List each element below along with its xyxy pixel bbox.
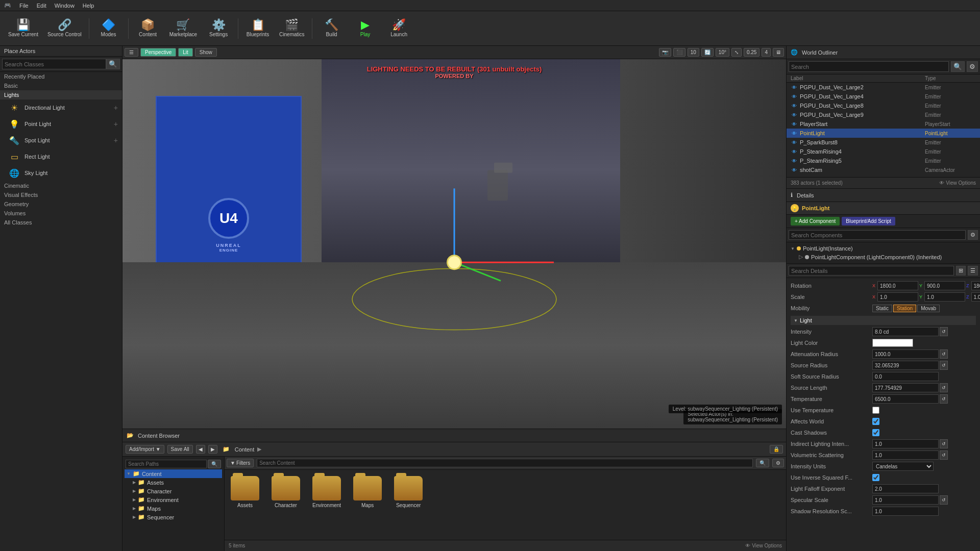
blueprint-script-button[interactable]: Blueprint/Add Script [842,217,895,226]
vis-icon-4[interactable]: 👁 [791,120,798,128]
menu-file[interactable]: File [19,3,29,9]
scale-snap-icon[interactable]: ⤡ [731,48,742,57]
menu-help[interactable]: Help [83,3,94,9]
actor-directional-light[interactable]: ☀ Directional Light + [0,99,122,116]
wo-search-button[interactable]: 🔍 [951,61,965,72]
affects-world-checkbox[interactable] [872,418,879,425]
vis-icon-8[interactable]: 👁 [791,157,798,164]
component-instance[interactable]: ▼ PointLight(Instance) [791,244,976,253]
static-button[interactable]: Static [872,305,892,312]
vis-icon-3[interactable]: 👁 [791,111,798,118]
search-details-input[interactable] [789,266,954,276]
content-button[interactable]: 📦 Content [132,14,164,43]
indirect-input[interactable] [872,439,939,448]
tree-environment[interactable]: ▶ 📁 Environment [125,495,222,504]
category-basic[interactable]: Basic [0,81,122,90]
wo-item-3[interactable]: 👁 PGPU_Dust_Vec_Large9 Emitter [787,110,980,119]
content-search-button[interactable]: 🔍 [756,459,769,467]
light-section-header[interactable]: ▼ Light [791,316,976,325]
wo-item-7[interactable]: 👁 P_SteamRising4 Emitter [787,147,980,156]
blueprints-button[interactable]: 📋 Blueprints [241,14,274,43]
tree-content[interactable]: ▼ 📁 Content [125,469,222,478]
cinematics-button[interactable]: 🎬 Cinematics [275,14,308,43]
specular-reset[interactable]: ↺ [940,495,948,505]
folder-character[interactable]: Character [270,474,302,510]
camera-speed-icon[interactable]: 📷 [659,48,671,57]
settings-button[interactable]: ⚙️ Settings [202,14,235,43]
actor-point-light[interactable]: 💡 Point Light + [0,116,122,132]
volumetric-reset[interactable]: ↺ [940,450,948,460]
menu-edit[interactable]: Edit [37,3,46,9]
tree-character[interactable]: ▶ 📁 Character [125,487,222,495]
save-all-button[interactable]: Save All [167,445,193,454]
add-component-button[interactable]: + Add Component [791,217,840,226]
actor-rect-light[interactable]: ▭ Rect Light [0,148,122,165]
specular-input[interactable] [872,495,939,505]
rotation-y-input[interactable] [924,281,965,290]
shadow-resolution-input[interactable] [872,507,939,516]
content-filter2-button[interactable]: ⚙ [772,459,784,467]
wo-item-8[interactable]: 👁 P_SteamRising5 Emitter [787,156,980,165]
intensity-reset[interactable]: ↺ [940,327,948,336]
view-options-label[interactable]: 👁 View Options [745,543,782,548]
vis-icon-2[interactable]: 👁 [791,102,798,109]
vis-icon-6[interactable]: 👁 [791,139,798,146]
rotation-snap-icon[interactable]: 🔄 [701,48,714,57]
intensity-units-select[interactable]: Candelas Lumens Unitless [872,462,934,471]
folder-assets[interactable]: Assets [229,474,261,510]
use-temperature-checkbox[interactable] [872,407,879,414]
source-control-button[interactable]: 🔗 Source Control [43,14,86,43]
folder-maps[interactable]: Maps [351,474,384,510]
tree-search-button[interactable]: 🔍 [208,460,221,468]
rotation-x-input[interactable] [877,281,918,290]
details-grid-view[interactable]: ⊞ [956,266,966,276]
details-list-view[interactable]: ☰ [968,266,978,276]
category-geometry[interactable]: Geometry [0,199,122,209]
category-all-classes[interactable]: All Classes [0,218,122,227]
wo-options-button[interactable]: ⚙ [967,61,978,72]
play-button[interactable]: ▶ Play [349,14,382,43]
filters-button[interactable]: ▼ Filters [227,459,254,467]
stationary-button[interactable]: Station [893,305,916,312]
source-length-reset[interactable]: ↺ [940,383,948,392]
folder-environment[interactable]: Environment [310,474,343,510]
tree-sequencer[interactable]: ▶ 📁 Sequencer [125,513,222,521]
point-light-add[interactable]: + [114,120,118,128]
volumetric-input[interactable] [872,450,939,460]
scale-x-input[interactable] [877,292,918,302]
content-search-input[interactable] [257,459,753,467]
category-cinematic[interactable]: Cinematic [0,181,122,190]
back-button[interactable]: ◀ [196,445,205,454]
wo-item-0[interactable]: 👁 PGPU_Dust_Vec_Large2 Emitter [787,83,980,92]
spot-light-add[interactable]: + [114,136,118,144]
actor-sky-light[interactable]: 🌐 Sky Light [0,165,122,181]
world-outliner-search-input[interactable] [789,61,949,72]
attenuation-reset[interactable]: ↺ [940,349,948,359]
category-visual-effects[interactable]: Visual Effects [0,190,122,199]
lock-button[interactable]: 🔒 [770,445,783,454]
vis-icon-5[interactable]: 👁 [791,130,798,137]
wo-item-9[interactable]: 👁 shotCam CameraActor [787,165,980,174]
source-radius-reset[interactable]: ↺ [940,361,948,370]
vis-icon-9[interactable]: 👁 [791,166,798,173]
category-recently-placed[interactable]: Recently Placed [0,72,122,81]
use-inverse-checkbox[interactable] [872,474,879,481]
vis-icon-0[interactable]: 👁 [791,84,798,91]
falloff-input[interactable] [872,484,939,493]
wo-item-4[interactable]: 👁 PlayerStart PlayerStart [787,119,980,129]
movable-button[interactable]: Movab [917,305,940,312]
scale-y-input[interactable] [924,292,965,302]
vis-icon-1[interactable]: 👁 [791,93,798,100]
perspective-btn[interactable]: Perspective [140,48,176,57]
indirect-reset[interactable]: ↺ [940,439,948,448]
wo-item-1[interactable]: 👁 PGPU_Dust_Vec_Large4 Emitter [787,92,980,101]
category-lights[interactable]: Lights [0,90,122,99]
lit-btn[interactable]: Lit [178,48,193,57]
build-button[interactable]: 🔨 Build [315,14,348,43]
cast-shadows-checkbox[interactable] [872,429,879,436]
wo-item-2[interactable]: 👁 PGPU_Dust_Vec_Large8 Emitter [787,101,980,110]
launch-button[interactable]: 🚀 Launch [383,14,415,43]
wo-item-6[interactable]: 👁 P_SparkBurst8 Emitter [787,138,980,147]
tree-maps[interactable]: ▶ 📁 Maps [125,504,222,513]
tree-search-input[interactable] [126,460,207,468]
